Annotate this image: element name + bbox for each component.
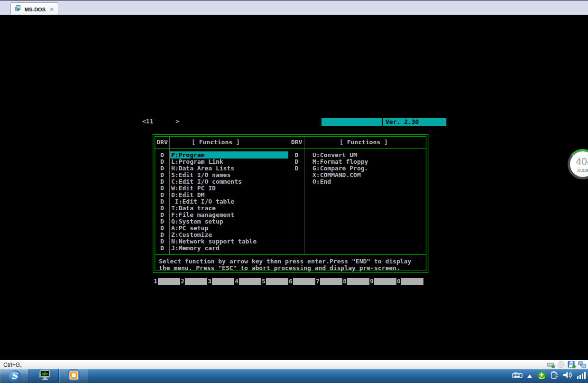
menu-item[interactable]: DG:Compare Prog. xyxy=(155,165,426,172)
floppy-icon[interactable] xyxy=(568,361,576,368)
function-key-slot xyxy=(347,278,369,285)
menu-item[interactable]: DM:Format floppy xyxy=(155,159,426,165)
functions-header-left: [ Functions ] xyxy=(192,139,240,146)
speed-ball-face: 40s ↓0.03K xyxy=(570,151,588,177)
function-key-number: 6 xyxy=(289,278,293,285)
function-key-number: 0 xyxy=(397,278,401,285)
functions-header-right: [ Functions ] xyxy=(340,139,388,146)
function-key-slot xyxy=(401,278,423,285)
menu-item-label: D:Edit DM xyxy=(171,192,204,198)
hotkey-hint: Ctrl+G。 xyxy=(3,361,26,369)
drv-header-right: DRV xyxy=(289,139,304,146)
status-message-line2: the menu. Press "ESC" to abort processin… xyxy=(159,265,400,271)
signal-bars-icon[interactable] xyxy=(577,372,586,381)
function-key-slot xyxy=(185,278,207,285)
function-key-number: 5 xyxy=(262,278,266,285)
menu-item-label: W:Edit PC ID xyxy=(171,185,216,192)
message-divider xyxy=(155,254,426,255)
speed-ball-download: ↓0.03K xyxy=(570,168,588,173)
function-key-slot xyxy=(374,278,396,285)
accelerator-ball-icon[interactable] xyxy=(537,370,546,382)
close-icon[interactable]: ✕ xyxy=(49,6,54,13)
drv-letter: D xyxy=(289,165,304,172)
drv-letter: D xyxy=(155,238,169,245)
menu-item-label: I:Edit I/O table xyxy=(171,198,234,205)
menu-item[interactable]: DU:Convert UM xyxy=(155,152,426,159)
function-key-slot xyxy=(266,278,288,285)
function-key-number: 4 xyxy=(235,278,239,285)
show-hidden-icon[interactable] xyxy=(527,372,533,380)
taskbar-button-vmware[interactable] xyxy=(59,369,88,383)
vm-display: <11 > Ver. 2.30 DRV [ Functions ] DRV [ … xyxy=(0,15,588,360)
system-tray xyxy=(512,369,586,383)
menu-item[interactable]: D I:Edit I/O table xyxy=(155,198,426,205)
cd-rom-icon[interactable] xyxy=(557,361,565,368)
menu-item[interactable]: X:COMMAND.COM xyxy=(155,172,426,178)
menu-item-label: Q:System setup xyxy=(171,218,223,225)
menu-item[interactable]: DZ:Customize xyxy=(155,232,426,238)
menu-item-label: M:Format floppy xyxy=(312,159,368,165)
hard-disk-icon[interactable] xyxy=(547,361,555,368)
function-key-number: 1 xyxy=(154,278,157,285)
title-bar-blank xyxy=(322,118,382,126)
tab-title: MS-DOS xyxy=(25,7,46,12)
menu-item-label: N:Network support table xyxy=(171,238,257,245)
function-key-slot xyxy=(320,278,342,285)
drv-letter: D xyxy=(155,205,169,212)
menu-item-label: T:Data trace xyxy=(171,205,216,212)
vmware-tab-bar: MS-DOS ✕ xyxy=(0,0,588,15)
function-key-number: 2 xyxy=(181,278,184,285)
menu-item-label: U:Convert UM xyxy=(312,152,357,159)
taskbar-button-hardware-monitor[interactable] xyxy=(30,369,59,383)
drv-letter: D xyxy=(155,198,169,205)
drv-letter: D xyxy=(155,185,169,192)
version-label: Ver. 2.30 xyxy=(383,118,446,126)
function-key-number: 3 xyxy=(208,278,211,285)
function-key-slot xyxy=(158,278,180,285)
function-key-slot xyxy=(239,278,261,285)
screen: MS-DOS ✕ <11 > Ver. 2.30 DRV [ Functions… xyxy=(0,0,588,383)
vm-tab-icon xyxy=(15,5,22,14)
function-key-slot xyxy=(293,278,315,285)
menu-item[interactable]: DF:File management xyxy=(155,212,426,218)
menu-item-label: Z:Customize xyxy=(171,232,212,238)
menu-item[interactable]: DT:Data trace xyxy=(155,205,426,212)
menu-item[interactable]: DD:Edit DM xyxy=(155,192,426,198)
function-key-number: 9 xyxy=(370,278,374,285)
status-message-line1: Select function by arrow key then press … xyxy=(159,258,411,265)
page-indicator: <11 > xyxy=(142,118,179,125)
menu-item[interactable]: DN:Network support table xyxy=(155,238,426,245)
menu-item-label: G:Compare Prog. xyxy=(312,165,368,172)
header-divider xyxy=(155,148,426,149)
plug-icon[interactable] xyxy=(551,371,559,381)
keyboard-icon[interactable] xyxy=(512,372,523,380)
network-adapter-icon[interactable] xyxy=(578,361,586,368)
menu-item-label: A:PC setup xyxy=(171,225,208,232)
menu-item[interactable]: DQ:System setup xyxy=(155,218,426,225)
menu-item[interactable]: DJ:Memory card xyxy=(155,245,426,252)
function-key-number: 7 xyxy=(316,278,320,285)
function-key-bar: 1234567890 xyxy=(154,278,426,285)
vm-device-icons xyxy=(547,361,586,368)
menu-item[interactable]: DW:Edit PC ID xyxy=(155,185,426,192)
tab-ms-dos[interactable]: MS-DOS ✕ xyxy=(10,2,58,16)
function-key-number: 8 xyxy=(343,278,347,285)
menu-item[interactable]: O:End xyxy=(155,178,426,185)
drv-letter: D xyxy=(155,212,169,218)
drv-letter: D xyxy=(155,218,169,225)
function-key-slot xyxy=(212,278,234,285)
taskbar-button-sogou-browser[interactable]: S xyxy=(0,369,29,383)
functions-menu-inner: DRV [ Functions ] DRV [ Functions ] DP:P… xyxy=(155,136,426,271)
functions-menu-box: DRV [ Functions ] DRV [ Functions ] DP:P… xyxy=(153,134,428,273)
volume-icon[interactable] xyxy=(563,371,572,381)
menu-item-label: X:COMMAND.COM xyxy=(312,172,361,178)
menu-item-label: F:File management xyxy=(171,212,234,218)
hardware-monitor-icon xyxy=(38,369,51,383)
menu-item[interactable]: DA:PC setup xyxy=(155,225,426,232)
drv-letter: D xyxy=(155,225,169,232)
vmware-status-bar: Ctrl+G。 xyxy=(0,360,588,369)
drv-letter: D xyxy=(289,152,304,159)
drv-letter: D xyxy=(155,192,169,198)
vmware-icon xyxy=(68,369,80,383)
drv-letter: D xyxy=(155,232,169,238)
